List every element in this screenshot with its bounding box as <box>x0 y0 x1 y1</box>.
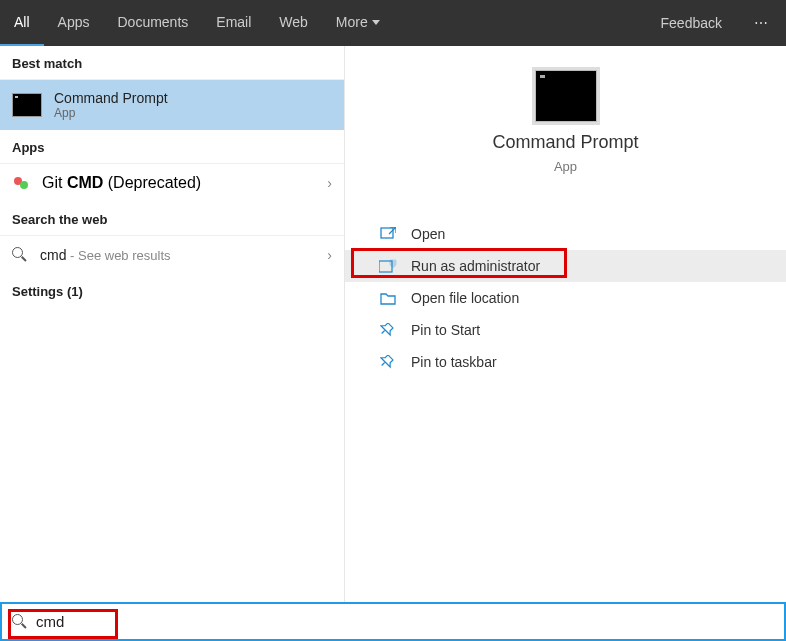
preview-sub: App <box>554 159 577 174</box>
preview-title: Command Prompt <box>492 132 638 153</box>
app-result-git-cmd[interactable]: Git CMD (Deprecated) › <box>0 164 344 202</box>
pin-icon <box>379 354 397 370</box>
app-bold: CMD <box>67 174 103 191</box>
body: Best match Command Prompt App Apps Git C… <box>0 46 786 602</box>
best-match-title: Command Prompt <box>54 90 168 106</box>
terminal-icon-large <box>535 70 597 122</box>
preview-actions: Open Run as administrator Open file loca… <box>345 202 786 378</box>
git-icon <box>12 174 30 192</box>
best-match-text: Command Prompt App <box>54 90 168 120</box>
web-result[interactable]: cmd - See web results › <box>0 236 344 274</box>
web-query: cmd <box>40 247 66 263</box>
tab-email[interactable]: Email <box>202 0 265 46</box>
terminal-icon <box>12 93 42 117</box>
caret-down-icon <box>372 20 380 25</box>
folder-icon <box>379 290 397 306</box>
chevron-right-icon: › <box>327 247 332 263</box>
app-prefix: Git <box>42 174 67 191</box>
action-open-file-location-label: Open file location <box>411 290 519 306</box>
action-open-file-location[interactable]: Open file location <box>345 282 786 314</box>
search-web-header: Search the web <box>0 202 344 236</box>
tab-web[interactable]: Web <box>265 0 322 46</box>
action-pin-to-taskbar-label: Pin to taskbar <box>411 354 497 370</box>
action-pin-to-taskbar[interactable]: Pin to taskbar <box>345 346 786 378</box>
pin-icon <box>379 322 397 338</box>
tab-documents[interactable]: Documents <box>103 0 202 46</box>
header-spacer <box>394 0 645 46</box>
overflow-menu-icon[interactable]: ⋯ <box>738 0 786 46</box>
apps-header: Apps <box>0 130 344 164</box>
search-box[interactable] <box>12 613 236 630</box>
header-tabs: All Apps Documents Email Web More <box>0 0 394 46</box>
feedback-link[interactable]: Feedback <box>645 0 738 46</box>
chevron-right-icon: › <box>327 175 332 191</box>
preview-header: Command Prompt App <box>345 70 786 202</box>
action-run-as-administrator[interactable]: Run as administrator <box>345 250 786 282</box>
web-hint: - See web results <box>66 248 170 263</box>
tab-more-label: More <box>336 14 368 30</box>
best-match-sub: App <box>54 106 168 120</box>
tab-more[interactable]: More <box>322 0 394 46</box>
action-open-label: Open <box>411 226 445 242</box>
open-icon <box>379 226 397 242</box>
action-open[interactable]: Open <box>345 218 786 250</box>
best-match-header: Best match <box>0 46 344 80</box>
search-icon <box>12 614 28 630</box>
svg-rect-0 <box>381 228 393 238</box>
action-pin-to-start-label: Pin to Start <box>411 322 480 338</box>
action-pin-to-start[interactable]: Pin to Start <box>345 314 786 346</box>
app-suffix: (Deprecated) <box>103 174 201 191</box>
preview-panel: Command Prompt App Open Run as administr… <box>345 46 786 602</box>
header-bar: All Apps Documents Email Web More Feedba… <box>0 0 786 46</box>
best-match-item[interactable]: Command Prompt App <box>0 80 344 130</box>
tab-apps[interactable]: Apps <box>44 0 104 46</box>
web-result-label: cmd - See web results <box>40 246 171 264</box>
action-run-as-administrator-label: Run as administrator <box>411 258 540 274</box>
settings-header[interactable]: Settings (1) <box>0 274 344 307</box>
search-bar <box>0 602 786 641</box>
search-icon <box>12 247 28 263</box>
admin-shield-icon <box>379 258 397 274</box>
tab-all[interactable]: All <box>0 0 44 46</box>
results-panel: Best match Command Prompt App Apps Git C… <box>0 46 345 602</box>
app-result-label: Git CMD (Deprecated) <box>42 174 201 192</box>
